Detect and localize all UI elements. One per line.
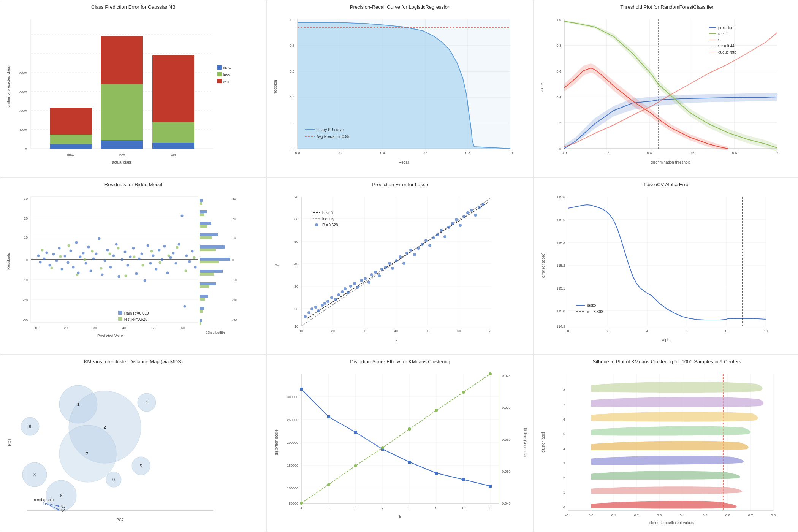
svg-point-132 [72, 266, 75, 268]
svg-point-427 [354, 464, 357, 467]
svg-point-431 [462, 391, 465, 394]
svg-rect-212 [200, 260, 219, 263]
svg-text:0.6: 0.6 [725, 513, 730, 517]
svg-text:150000: 150000 [287, 464, 298, 467]
svg-point-165 [163, 245, 166, 247]
svg-text:0.4: 0.4 [380, 151, 385, 155]
svg-point-122 [43, 257, 46, 260]
svg-text:0.5: 0.5 [703, 513, 708, 517]
svg-text:2: 2 [563, 476, 565, 480]
svg-text:50: 50 [294, 240, 298, 244]
svg-point-174 [188, 260, 191, 263]
svg-point-158 [144, 279, 146, 282]
svg-point-139 [90, 269, 92, 272]
svg-point-303 [447, 226, 450, 229]
svg-text:8: 8 [725, 329, 727, 333]
chart-title-ridge: Residuals for Ridge Model [4, 182, 263, 187]
svg-rect-417 [300, 388, 303, 391]
kmeans-map-svg: PC1 PC2 1 2 7 6 [4, 366, 263, 526]
svg-text:draw: draw [223, 66, 231, 70]
svg-text:win: win [170, 153, 176, 157]
svg-point-432 [489, 372, 492, 375]
svg-text:R²=0.628: R²=0.628 [322, 223, 338, 227]
svg-text:k: k [399, 515, 402, 519]
elbow-svg: 50000 100000 150000 200000 250000 300000… [271, 366, 529, 526]
svg-text:11: 11 [488, 506, 492, 510]
svg-text:precision: precision [718, 26, 733, 30]
svg-rect-19 [50, 135, 92, 144]
svg-text:0: 0 [232, 258, 234, 262]
svg-text:win: win [223, 79, 229, 84]
svg-point-291 [402, 262, 405, 265]
svg-text:-10: -10 [232, 278, 237, 282]
svg-text:10: 10 [462, 506, 466, 510]
svg-point-184 [100, 267, 103, 269]
svg-text:115.2: 115.2 [556, 264, 565, 268]
svg-text:ŷ: ŷ [274, 264, 279, 266]
svg-text:20: 20 [24, 217, 28, 220]
svg-text:-30: -30 [232, 318, 237, 322]
svg-text:0.6: 0.6 [290, 70, 294, 73]
svg-point-166 [166, 271, 169, 274]
pr-svg: 0.0 0.2 0.4 0.6 0.8 1.0 0.0 0.2 0.4 0.6 … [271, 12, 529, 171]
svg-point-280 [364, 277, 367, 280]
svg-point-277 [353, 282, 356, 285]
svg-point-179 [59, 255, 62, 258]
svg-text:40: 40 [122, 326, 126, 330]
svg-text:0.4: 0.4 [290, 95, 294, 99]
svg-text:-20: -20 [23, 298, 28, 302]
svg-point-133 [75, 241, 78, 244]
svg-text:6: 6 [563, 418, 565, 421]
svg-text:50: 50 [152, 326, 155, 330]
svg-point-299 [432, 236, 435, 239]
svg-rect-210 [200, 236, 212, 239]
svg-text:0.3: 0.3 [657, 513, 662, 517]
svg-text:8000: 8000 [19, 71, 27, 75]
svg-point-191 [159, 261, 162, 264]
svg-point-268 [323, 302, 326, 305]
svg-text:0.6: 0.6 [423, 151, 428, 155]
svg-point-126 [55, 259, 58, 262]
svg-point-186 [117, 247, 120, 249]
svg-text:4: 4 [646, 329, 648, 333]
chart-title-lasso-pred: Prediction Error for Lasso [271, 182, 529, 187]
svg-point-143 [101, 273, 104, 276]
svg-point-283 [374, 271, 377, 274]
svg-text:0.040: 0.040 [502, 502, 511, 505]
svg-point-167 [169, 256, 172, 259]
svg-text:1.0: 1.0 [290, 18, 294, 22]
svg-rect-228 [118, 311, 122, 315]
svg-text:4000: 4000 [19, 109, 27, 113]
svg-text:loss: loss [119, 153, 125, 157]
svg-text:0.070: 0.070 [502, 406, 511, 410]
svg-text:0.2: 0.2 [556, 121, 561, 125]
lasso-pred-svg: 10 20 30 40 50 60 70 10 20 30 40 50 60 7… [271, 189, 529, 349]
svg-text:0.0: 0.0 [589, 513, 594, 517]
svg-point-425 [300, 502, 303, 505]
svg-rect-422 [435, 472, 438, 475]
svg-text:actual class: actual class [112, 160, 132, 165]
svg-text:1.0: 1.0 [508, 151, 513, 155]
svg-text:7: 7 [382, 506, 383, 510]
svg-text:-30: -30 [23, 318, 28, 322]
svg-text:115.6: 115.6 [556, 195, 565, 199]
svg-text:cluster label: cluster label [541, 432, 545, 453]
svg-point-284 [378, 274, 381, 277]
svg-rect-197 [200, 210, 207, 213]
svg-point-281 [367, 281, 370, 284]
svg-point-274 [344, 287, 347, 290]
svg-point-176 [194, 266, 197, 268]
svg-point-296 [421, 243, 424, 246]
svg-text:0.8: 0.8 [466, 151, 470, 155]
svg-point-301 [440, 229, 443, 232]
svg-text:4: 4 [563, 447, 565, 451]
svg-text:draw: draw [67, 153, 74, 157]
svg-text:70: 70 [489, 329, 492, 333]
svg-text:7: 7 [86, 451, 88, 456]
svg-text:70: 70 [294, 195, 298, 199]
svg-text:4: 4 [146, 400, 148, 405]
svg-text:queue rate: queue rate [718, 50, 736, 54]
svg-point-262 [304, 315, 307, 318]
svg-point-300 [436, 233, 439, 236]
svg-text:0.4: 0.4 [680, 513, 685, 517]
